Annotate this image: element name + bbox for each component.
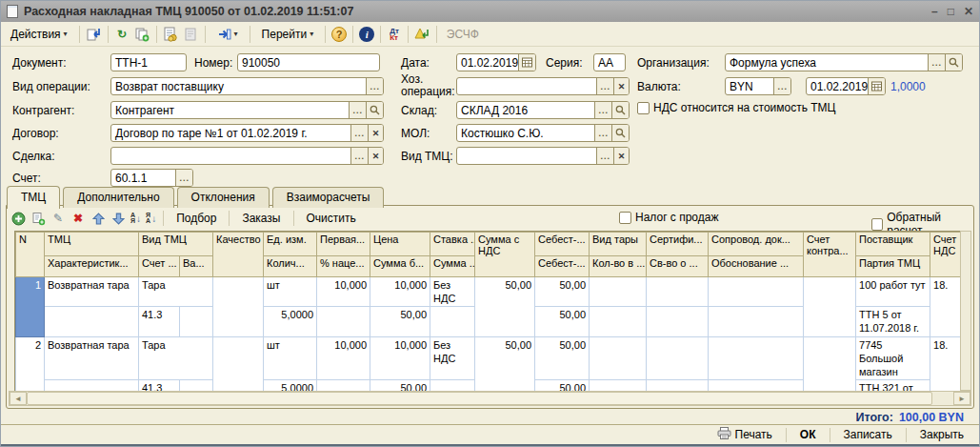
copy-document-icon[interactable] (134, 26, 150, 42)
cell-price[interactable]: 10,000 (370, 277, 430, 307)
scrollbar-thumb[interactable] (27, 392, 932, 405)
cell-contra-account[interactable] (804, 337, 856, 394)
eschf-button[interactable]: ЭСЧФ (443, 28, 483, 41)
calendar-icon[interactable] (868, 78, 885, 94)
checkbox-icon[interactable] (637, 102, 650, 114)
row-number-cell[interactable]: 1 (16, 277, 45, 337)
vertical-scrollbar[interactable] (960, 231, 971, 391)
clear-icon[interactable]: ✕ (613, 78, 629, 94)
move-down-icon[interactable] (110, 211, 126, 226)
table-row[interactable]: 1 Возвратная тара Тара шт 10,000 10,000 … (16, 277, 962, 307)
organization-field[interactable]: Формула успеха ... (725, 53, 963, 71)
cell-qty-in[interactable] (590, 307, 647, 337)
cell-first[interactable]: 10,000 (317, 337, 370, 380)
row-number-cell[interactable]: 2 (16, 337, 45, 394)
col-header-contra-account[interactable]: Счет контра... (804, 233, 856, 277)
cell-schet[interactable]: 41.3 (139, 307, 180, 337)
cell-contra-account[interactable] (804, 277, 856, 337)
cell-quality[interactable] (213, 277, 264, 337)
col-header-va[interactable]: Ва... (180, 256, 213, 277)
cell-unit[interactable]: шт (264, 337, 317, 380)
cell-certificate[interactable] (647, 277, 709, 307)
cell-container[interactable] (590, 277, 647, 307)
cell-qty[interactable]: 5,0000 (264, 307, 317, 337)
orders-button[interactable]: Заказы (236, 211, 286, 226)
col-header-certificate[interactable]: Сертифи... (647, 233, 709, 256)
col-header-tmc[interactable]: ТМЦ (45, 233, 139, 256)
scroll-left-icon[interactable]: ◄ (10, 392, 27, 405)
cell-markup[interactable] (317, 307, 370, 337)
business-operation-field[interactable]: ... ✕ (456, 77, 630, 95)
warehouse-field[interactable]: СКЛАД 2016 ... (456, 101, 630, 119)
goto-menu-button[interactable]: Перейти ▾ (256, 25, 320, 44)
print-button[interactable]: Печать (710, 426, 780, 443)
col-header-quality[interactable]: Качество (213, 233, 264, 277)
cell-accomp-doc[interactable] (709, 277, 804, 307)
post-document-icon[interactable] (163, 26, 179, 42)
cell-amount-vat[interactable]: 50,00 (475, 277, 535, 337)
col-header-supplier[interactable]: Поставщик (856, 233, 930, 256)
col-header-price[interactable]: Цена (370, 233, 430, 256)
magnifier-icon[interactable] (611, 102, 629, 118)
cell-vat-account[interactable]: 18. (930, 337, 962, 394)
col-header-container[interactable]: Вид тары (590, 233, 647, 256)
tab-additional[interactable]: Дополнительно (63, 187, 173, 208)
rate-date-field[interactable]: 01.02.2019 (806, 77, 886, 95)
col-header-qty[interactable]: Колич... (264, 256, 317, 277)
col-header-cert-doc[interactable]: Св-во о ... (647, 256, 709, 277)
delete-row-icon[interactable]: ✖ (70, 211, 86, 226)
cell-cert-doc[interactable] (647, 307, 709, 337)
cell-amount[interactable] (430, 307, 475, 337)
scroll-right-icon[interactable]: ► (953, 392, 970, 405)
cell-first[interactable]: 10,000 (317, 277, 370, 307)
cell-supplier[interactable]: 100 работ тут (856, 277, 930, 307)
cell-price[interactable]: 10,000 (370, 337, 430, 380)
counterparty-field[interactable]: Контрагент ... (110, 101, 384, 119)
clear-icon[interactable]: ✕ (613, 148, 629, 164)
ellipsis-button[interactable]: ... (175, 170, 192, 186)
vat-on-cost-checkbox[interactable]: НДС относится на стоимость ТМЦ (637, 101, 835, 114)
cell-cost[interactable]: 50,00 (535, 337, 590, 380)
transfer-menu-button[interactable]: ▾ (211, 25, 244, 44)
document-field[interactable]: ТТН-1 (110, 53, 187, 71)
magnifier-icon[interactable] (611, 125, 629, 141)
currency-field[interactable]: BYN ... (725, 77, 791, 95)
col-header-rate[interactable]: Ставка ... (430, 233, 475, 256)
col-header-amount[interactable]: Сумма ... (430, 256, 475, 277)
help-icon[interactable]: ? (331, 27, 347, 42)
cell-justification[interactable] (709, 307, 804, 337)
horizontal-scrollbar[interactable]: ◄ ► (9, 391, 971, 406)
tab-tmc[interactable]: ТМЦ (7, 186, 60, 209)
ellipsis-button[interactable]: ... (366, 78, 383, 94)
minimize-icon[interactable]: – (931, 6, 938, 17)
ellipsis-button[interactable]: ... (596, 78, 613, 94)
ok-button[interactable]: ОК (792, 427, 824, 442)
contract-field[interactable]: Договор по таре №1 от 01.02.2019 г. ... … (110, 124, 384, 142)
close-button[interactable]: Закрыть (912, 427, 971, 442)
checkbox-icon[interactable] (619, 212, 631, 224)
maximize-icon[interactable]: □ (948, 6, 954, 17)
cell-container[interactable] (590, 337, 647, 380)
close-icon[interactable]: ✕ (964, 6, 973, 17)
col-header-markup[interactable]: % наце... (317, 256, 370, 277)
cell-characteristic[interactable] (45, 307, 139, 337)
operation-type-field[interactable]: Возврат поставщику ... (110, 77, 384, 95)
mol-field[interactable]: Костюшко С.Ю. ... (456, 124, 630, 142)
ellipsis-button[interactable]: ... (773, 78, 790, 94)
cell-cost2[interactable]: 50,00 (535, 307, 590, 337)
cell-amount-vat[interactable]: 50,00 (475, 337, 535, 394)
cell-unit[interactable]: шт (264, 277, 317, 307)
cell-rate[interactable]: Без НДС (430, 337, 475, 380)
add-row-icon[interactable] (10, 211, 26, 226)
items-table[interactable]: N ТМЦ Вид ТМЦ Качество Ед. изм. Первая..… (15, 232, 962, 393)
col-header-cost[interactable]: Себест-... (535, 233, 590, 256)
col-header-characteristic[interactable]: Характеристик... (45, 256, 139, 277)
refresh-icon[interactable]: ↻ (114, 26, 130, 42)
clear-icon[interactable]: ✕ (368, 125, 383, 141)
col-header-vat-account[interactable]: Счет НДС (930, 233, 962, 277)
ellipsis-button[interactable]: ... (596, 148, 613, 164)
sort-descending-icon[interactable]: ЯА ↓ (146, 213, 156, 224)
col-header-batch[interactable]: Партия ТМЦ (856, 256, 930, 277)
ellipsis-button[interactable]: ... (594, 125, 611, 141)
cell-vat-account[interactable]: 18. (930, 277, 962, 337)
